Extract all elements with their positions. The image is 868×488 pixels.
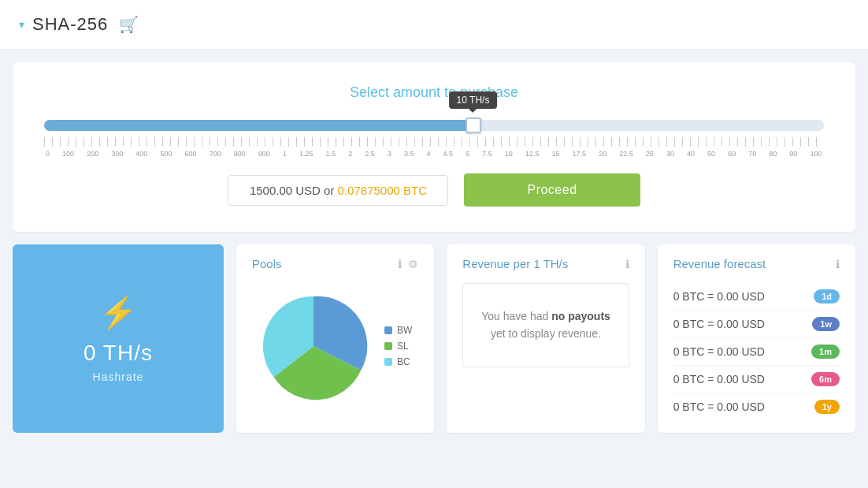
legend-label-bc: BC — [397, 356, 410, 367]
price-row: 1500.00 USD or 0.07875000 BTC Proceed — [44, 173, 824, 207]
proceed-button[interactable]: Proceed — [464, 173, 640, 207]
legend-bw: BW — [384, 325, 412, 336]
pools-card-header: Pools ℹ ⚙ — [252, 257, 418, 270]
legend-dot-bw — [384, 326, 392, 334]
forecast-badge-1m: 1m — [811, 345, 840, 359]
legend-bc: BC — [384, 356, 412, 367]
slider-fill — [44, 120, 473, 131]
legend-dot-sl — [384, 342, 392, 350]
forecast-card-header: Revenue forecast ℹ — [673, 257, 840, 270]
forecast-row-1d: 0 BTC = 0.00 USD 1d — [673, 283, 840, 311]
select-amount-card: Select amount to purchase 10 TH/s 0 100 … — [13, 62, 855, 232]
pools-title: Pools — [252, 257, 282, 270]
main-content: Select amount to purchase 10 TH/s 0 100 … — [0, 50, 868, 445]
ruler-labels: 0 100 200 300 400 500 600 700 800 900 1 … — [44, 150, 824, 158]
info-icon-forecast[interactable]: ℹ — [836, 258, 840, 270]
forecast-rows: 0 BTC = 0.00 USD 1d 0 BTC = 0.00 USD 1w … — [673, 283, 840, 420]
legend-dot-bc — [384, 358, 392, 366]
pie-container: BW SL BC — [252, 283, 418, 409]
pie-legend: BW SL BC — [384, 325, 412, 367]
bolt-icon: ⚡ — [98, 294, 138, 331]
price-usd: 1500.00 USD or — [250, 184, 338, 197]
header: ▾ SHA-256 🛒 — [0, 0, 868, 50]
no-payouts-box: You have had no payouts yet to display r… — [462, 283, 629, 367]
forecast-value-1m: 0 BTC = 0.00 USD — [673, 345, 765, 358]
pools-card: Pools ℹ ⚙ BW — [236, 244, 434, 433]
cart-icon[interactable]: 🛒 — [119, 15, 139, 34]
legend-label-sl: SL — [397, 341, 409, 352]
slider-track[interactable] — [44, 120, 824, 131]
hashrate-value: 0 TH/s — [83, 341, 153, 366]
cards-row: ⚡ 0 TH/s Hashrate Pools ℹ ⚙ — [13, 244, 855, 433]
forecast-value-1w: 0 BTC = 0.00 USD — [673, 318, 765, 330]
page-title: SHA-256 — [32, 14, 108, 35]
revenue-card: Revenue per 1 TH/s ℹ You have had no pay… — [447, 244, 644, 433]
forecast-value-1y: 0 BTC = 0.00 USD — [673, 400, 765, 413]
revenue-card-header: Revenue per 1 TH/s ℹ — [462, 257, 629, 270]
forecast-badge-6m: 6m — [811, 372, 840, 386]
forecast-card: Revenue forecast ℹ 0 BTC = 0.00 USD 1d 0… — [658, 244, 855, 433]
slider-thumb[interactable] — [466, 117, 481, 133]
revenue-card-icons: ℹ — [625, 258, 629, 270]
price-btc: 0.07875000 BTC — [338, 184, 427, 197]
no-payouts-text1: You have had — [481, 310, 548, 322]
pools-card-icons: ℹ ⚙ — [398, 258, 418, 270]
info-icon-revenue[interactable]: ℹ — [625, 258, 629, 270]
price-display: 1500.00 USD or 0.07875000 BTC — [228, 175, 448, 206]
hashrate-label: Hashrate — [93, 371, 144, 383]
forecast-row-1y: 0 BTC = 0.00 USD 1y — [673, 393, 840, 420]
legend-sl: SL — [384, 341, 412, 352]
forecast-title: Revenue forecast — [673, 257, 766, 270]
forecast-value-1d: 0 BTC = 0.00 USD — [673, 290, 765, 303]
forecast-badge-1y: 1y — [814, 400, 840, 414]
legend-label-bw: BW — [397, 325, 412, 336]
forecast-card-icons: ℹ — [836, 258, 840, 270]
slider-container: 10 TH/s — [44, 120, 824, 131]
info-icon[interactable]: ℹ — [398, 258, 402, 270]
forecast-row-1m: 0 BTC = 0.00 USD 1m — [673, 338, 840, 366]
ruler-ticks — [44, 137, 824, 147]
forecast-badge-1d: 1d — [814, 289, 840, 304]
gear-icon[interactable]: ⚙ — [408, 258, 418, 270]
slider-tooltip: 10 TH/s — [449, 91, 498, 109]
forecast-row-6m: 0 BTC = 0.00 USD 6m — [673, 366, 840, 393]
hashrate-card: ⚡ 0 TH/s Hashrate — [13, 244, 224, 433]
no-payouts-text2: yet to display revenue. — [491, 327, 601, 340]
forecast-badge-1w: 1w — [812, 317, 840, 331]
chevron-icon[interactable]: ▾ — [19, 18, 24, 31]
no-payouts-highlight: no payouts — [551, 310, 610, 322]
pie-chart — [258, 291, 369, 401]
forecast-row-1w: 0 BTC = 0.00 USD 1w — [673, 311, 840, 338]
forecast-value-6m: 0 BTC = 0.00 USD — [673, 373, 765, 386]
select-title: Select amount to purchase — [44, 84, 824, 101]
revenue-title: Revenue per 1 TH/s — [462, 257, 568, 270]
